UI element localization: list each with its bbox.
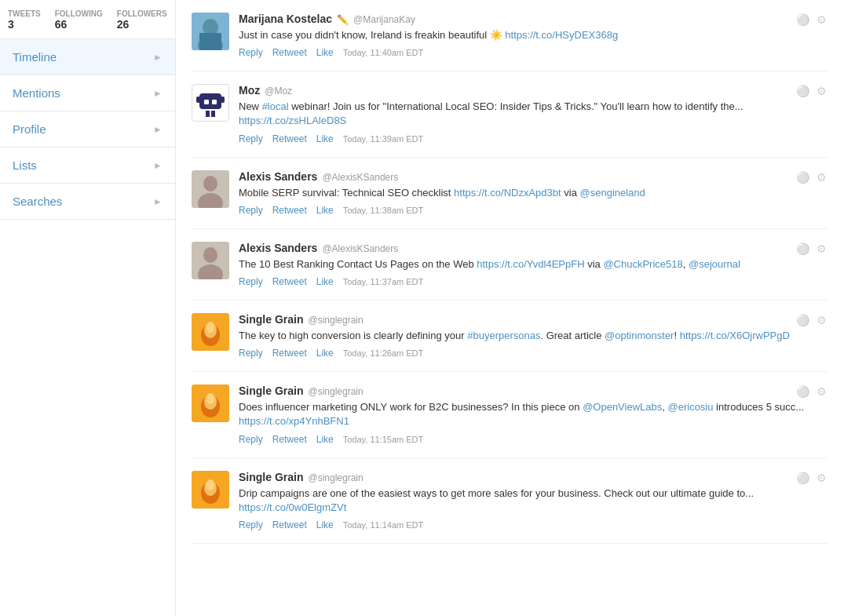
svg-point-21 bbox=[206, 322, 214, 333]
sidebar-item-searches[interactable]: Searches ► bbox=[0, 184, 175, 220]
sidebar-item-label: Lists bbox=[13, 159, 37, 172]
svg-point-13 bbox=[203, 176, 217, 191]
retweet-button[interactable]: Retweet bbox=[272, 133, 307, 144]
pencil-icon: ✏️ bbox=[337, 14, 349, 25]
dismiss-icon[interactable]: ⚪ bbox=[795, 471, 809, 485]
tweet-controls: ⚪ ⚙ bbox=[795, 385, 828, 399]
tweet-link[interactable]: https://t.co/Yvdl4EPpFH bbox=[477, 258, 584, 270]
chevron-right-icon: ► bbox=[153, 160, 163, 171]
hashtag: #buyerpersonas bbox=[467, 330, 540, 341]
tweet-header: Alexis Sanders @AlexisKSanders bbox=[239, 242, 828, 254]
gear-icon[interactable]: ⚙ bbox=[814, 84, 828, 98]
retweet-button[interactable]: Retweet bbox=[272, 348, 307, 359]
tweet-body: Moz @Moz New #local webinar! Join us for… bbox=[239, 84, 828, 144]
dismiss-icon[interactable]: ⚪ bbox=[795, 13, 809, 27]
tweet-header: Single Grain @singlegrain bbox=[239, 471, 828, 483]
svg-rect-7 bbox=[212, 100, 217, 104]
reply-button[interactable]: Reply bbox=[239, 133, 263, 144]
tweet-body: Single Grain @singlegrain Does influence… bbox=[239, 385, 828, 444]
sidebar-item-profile[interactable]: Profile ► bbox=[0, 111, 175, 148]
stats-bar: TWEETS 3 FOLLOWING 66 FOLLOWERS 26 bbox=[0, 0, 175, 39]
reply-button[interactable]: Reply bbox=[239, 276, 263, 287]
svg-point-29 bbox=[206, 479, 214, 490]
tweet-body: Alexis Sanders @AlexisKSanders The 10 Be… bbox=[239, 242, 828, 287]
chevron-right-icon: ► bbox=[153, 52, 163, 63]
tweet-time: Today, 11:37am EDT bbox=[343, 277, 424, 286]
retweet-button[interactable]: Retweet bbox=[272, 47, 307, 58]
tweet-controls: ⚪ ⚙ bbox=[795, 313, 828, 327]
reply-button[interactable]: Reply bbox=[239, 348, 263, 359]
reply-button[interactable]: Reply bbox=[239, 47, 263, 58]
tweet-item: Single Grain @singlegrain Does influence… bbox=[192, 372, 828, 457]
tweet-author: Alexis Sanders bbox=[239, 242, 317, 254]
tweet-link[interactable]: https://t.co/NDzxApd3bt bbox=[454, 187, 561, 199]
reply-button[interactable]: Reply bbox=[239, 519, 263, 530]
gear-icon[interactable]: ⚙ bbox=[814, 13, 828, 27]
tweet-controls: ⚪ ⚙ bbox=[795, 84, 828, 98]
retweet-button[interactable]: Retweet bbox=[272, 519, 307, 530]
svg-rect-8 bbox=[206, 111, 210, 117]
sidebar-item-lists[interactable]: Lists ► bbox=[0, 148, 175, 184]
like-button[interactable]: Like bbox=[316, 434, 334, 445]
tweet-actions: Reply Retweet Like Today, 11:38am EDT bbox=[239, 205, 828, 216]
gear-icon[interactable]: ⚙ bbox=[814, 313, 828, 327]
tweet-link[interactable]: https://t.co/X6OjrwPPgD bbox=[680, 330, 790, 341]
reply-button[interactable]: Reply bbox=[239, 434, 263, 445]
sidebar-item-mentions[interactable]: Mentions ► bbox=[0, 75, 175, 111]
tweet-header: Single Grain @singlegrain bbox=[239, 313, 828, 326]
chevron-right-icon: ► bbox=[153, 196, 163, 207]
gear-icon[interactable]: ⚙ bbox=[814, 385, 828, 399]
gear-icon[interactable]: ⚙ bbox=[814, 170, 828, 184]
tweet-time: Today, 11:40am EDT bbox=[343, 48, 424, 57]
gear-icon[interactable]: ⚙ bbox=[814, 242, 828, 256]
like-button[interactable]: Like bbox=[316, 276, 334, 287]
tweet-link[interactable]: https://t.co/xp4YnhBFN1 bbox=[239, 415, 349, 427]
dismiss-icon[interactable]: ⚪ bbox=[795, 242, 809, 256]
tweet-body: Single Grain @singlegrain Drip campaigns… bbox=[239, 471, 828, 530]
tweet-link[interactable]: https://t.co/zsHLAleD8S bbox=[239, 115, 346, 126]
tweet-item: Alexis Sanders @AlexisKSanders Mobile SE… bbox=[192, 158, 828, 229]
tweet-actions: Reply Retweet Like Today, 11:37am EDT bbox=[239, 276, 828, 287]
retweet-button[interactable]: Retweet bbox=[272, 205, 307, 216]
followers-label: FOLLOWERS bbox=[117, 9, 167, 18]
retweet-button[interactable]: Retweet bbox=[272, 434, 307, 445]
avatar bbox=[192, 170, 229, 208]
tweet-text: Just in case you didn't know, Ireland is… bbox=[239, 28, 828, 42]
dismiss-icon[interactable]: ⚪ bbox=[795, 84, 809, 98]
tweet-text: The 10 Best Ranking Contact Us Pages on … bbox=[239, 257, 828, 272]
dismiss-icon[interactable]: ⚪ bbox=[795, 385, 809, 399]
dismiss-icon[interactable]: ⚪ bbox=[795, 313, 809, 327]
svg-point-16 bbox=[203, 247, 217, 263]
tweet-link[interactable]: https://t.co/0w0ElgmZVt bbox=[239, 501, 346, 513]
like-button[interactable]: Like bbox=[316, 348, 334, 359]
like-button[interactable]: Like bbox=[316, 47, 334, 58]
like-button[interactable]: Like bbox=[316, 133, 334, 144]
tweet-author: Single Grain bbox=[239, 471, 303, 483]
chevron-right-icon: ► bbox=[153, 124, 163, 135]
tweet-actions: Reply Retweet Like Today, 11:39am EDT bbox=[239, 133, 828, 144]
svg-point-25 bbox=[206, 393, 214, 404]
retweet-button[interactable]: Retweet bbox=[272, 276, 307, 287]
tweet-header: Marijana Kostelac ✏️ @MarijanaKay bbox=[239, 13, 828, 25]
reply-button[interactable]: Reply bbox=[239, 205, 263, 216]
sidebar: TWEETS 3 FOLLOWING 66 FOLLOWERS 26 Timel… bbox=[0, 0, 176, 616]
tweet-item: Alexis Sanders @AlexisKSanders The 10 Be… bbox=[192, 229, 828, 301]
like-button[interactable]: Like bbox=[316, 205, 334, 216]
avatar bbox=[192, 385, 229, 422]
like-button[interactable]: Like bbox=[316, 519, 334, 530]
dismiss-icon[interactable]: ⚪ bbox=[795, 170, 809, 184]
sidebar-item-timeline[interactable]: Timeline ► bbox=[0, 39, 175, 75]
tweet-author: Moz bbox=[239, 84, 260, 97]
mention: @sengineland bbox=[580, 187, 645, 199]
tweet-link[interactable]: https://t.co/HSyDEX368g bbox=[505, 29, 618, 41]
tweet-author: Marijana Kostelac bbox=[239, 13, 332, 25]
tweets-stat: TWEETS 3 bbox=[8, 9, 41, 31]
svg-rect-9 bbox=[211, 111, 215, 117]
tweet-username: @singlegrain bbox=[308, 315, 363, 326]
tweet-actions: Reply Retweet Like Today, 11:14am EDT bbox=[239, 519, 828, 530]
tweet-controls: ⚪ ⚙ bbox=[795, 242, 828, 256]
gear-icon[interactable]: ⚙ bbox=[814, 471, 828, 485]
tweet-controls: ⚪ ⚙ bbox=[795, 471, 828, 485]
mention: @ericosiu bbox=[668, 401, 714, 413]
mention: @ChuckPrice518 bbox=[603, 258, 682, 270]
